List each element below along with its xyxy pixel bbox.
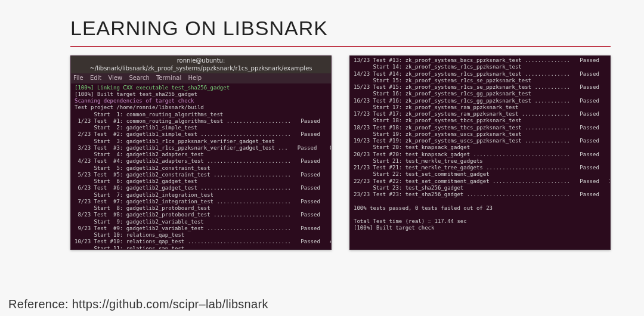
line: Start 5: gadgetlib2_constraint_test — [75, 165, 210, 171]
line — [354, 198, 357, 204]
line: 4/23 Test #4: gadgetlib2_adapters_test .… — [75, 158, 332, 164]
terminal-right-body: 13/23 Test #13: zk_proof_systems_bacs_pp… — [350, 56, 610, 236]
line: Scanning dependencies of target check — [75, 98, 194, 104]
terminal-left-titlebar: ronnie@ubuntu: ~/libsnark/libsnark/zk_pr… — [71, 56, 331, 73]
line: 23/23 Test #23: test_sha256_gadget .....… — [354, 191, 611, 197]
line: Start 11: relations_sap_test — [75, 246, 184, 250]
menu-help[interactable]: Help — [188, 75, 202, 81]
menu-search[interactable]: Search — [129, 75, 149, 81]
line: 19/23 Test #19: zk_proof_systems_uscs_pp… — [354, 138, 611, 144]
line: Start 10: relations_qap_test — [75, 232, 184, 238]
line: 100% tests passed, 0 tests failed out of… — [354, 205, 493, 211]
line: Start 16: zk_proof_systems_r1cs_gg_ppzks… — [354, 91, 531, 97]
terminal-left-body: [100%] Linking CXX executable test_sha25… — [71, 83, 331, 250]
line: Total Test time (real) = 117.44 sec — [354, 218, 467, 224]
line: 14/23 Test #14: zk_proof_systems_r1cs_pp… — [354, 71, 611, 77]
line: 21/23 Test #21: test_merkle_tree_gadgets… — [354, 165, 611, 171]
line: Start 18: zk_proof_systems_tbcs_ppzksnar… — [354, 117, 522, 123]
slide-title: LEARNING ON LIBSNARK — [70, 17, 644, 40]
line: Start 6: gadgetlib2_gadget_test — [75, 178, 197, 184]
line: 18/23 Test #18: zk_proof_systems_tbcs_pp… — [354, 125, 611, 131]
line: [100%] Built target check — [354, 225, 434, 231]
line: 16/23 Test #16: zk_proof_systems_r1cs_gg… — [354, 98, 611, 104]
line: Start 20: test_knapsack_gadget — [354, 144, 470, 150]
line: Start 4: gadgetlib2_adapters_test — [75, 151, 204, 157]
line: Start 17: zk_proof_systems_ram_ppzksnark… — [354, 104, 518, 110]
slide-reference: Reference: https://github.com/scipr–lab/… — [8, 298, 268, 311]
line: 17/23 Test #17: zk_proof_systems_ram_ppz… — [354, 111, 611, 117]
line: Start 7: gadgetlib2_integration_test — [75, 192, 213, 198]
line: 10/23 Test #10: relations_qap_test .....… — [75, 238, 332, 244]
menu-view[interactable]: View — [108, 75, 122, 81]
terminal-panels: ronnie@ubuntu: ~/libsnark/libsnark/zk_pr… — [0, 55, 644, 250]
line: Start 22: test_set_commitment_gadget — [354, 171, 490, 177]
line: Test project /home/ronnie/libsnark/build — [75, 104, 204, 110]
line: Start 23: test_sha256_gadget — [354, 185, 463, 191]
terminal-left-menubar: File Edit View Search Terminal Help — [71, 73, 331, 83]
line: [100%] Built target test_sha256_gadget — [75, 91, 197, 97]
line: 22/23 Test #22: test_set_commitment_gadg… — [354, 178, 611, 184]
line: Start 2: gadgetlib1_simple_test — [75, 125, 197, 131]
line: Start 15: zk_proof_systems_r1cs_se_ppzks… — [354, 78, 531, 83]
line: Start 1: common_routing_algorithms_test — [75, 111, 223, 117]
line: 13/23 Test #13: zk_proof_systems_bacs_pp… — [354, 57, 611, 63]
line: 15/23 Test #15: zk_proof_systems_r1cs_se… — [354, 84, 611, 90]
line: [100%] Linking CXX executable test_sha25… — [75, 85, 230, 91]
line: Start 9: gadgetlib2_variable_test — [75, 219, 204, 225]
line: 20/23 Test #20: test_knapsack_gadget ...… — [354, 151, 611, 157]
line: 7/23 Test #7: gadgetlib2_integration_tes… — [75, 199, 332, 205]
line: Start 8: gadgetlib2_protoboard_test — [75, 205, 210, 211]
line: 2/23 Test #2: gadgetlib1_simple_test ...… — [75, 131, 332, 137]
menu-edit[interactable]: Edit — [90, 75, 101, 81]
line: 9/23 Test #9: gadgetlib2_variable_test .… — [75, 225, 332, 231]
line — [354, 212, 357, 218]
terminal-left: ronnie@ubuntu: ~/libsnark/libsnark/zk_pr… — [70, 55, 332, 250]
line: Start 21: test_merkle_tree_gadgets — [354, 158, 483, 164]
line: 8/23 Test #8: gadgetlib2_protoboard_test… — [75, 212, 332, 218]
line: 6/23 Test #6: gadgetlib2_gadget_test ...… — [75, 185, 332, 191]
line: 5/23 Test #5: gadgetlib2_constraint_test… — [75, 172, 332, 178]
line: Start 3: gadgetlib1_r1cs_ppzksnark_verif… — [75, 138, 275, 144]
line: Start 19: zk_proof_systems_uscs_ppzksnar… — [354, 131, 522, 137]
slide-divider — [70, 46, 611, 47]
line: 3/23 Test #3: gadgetlib1_r1cs_ppzksnark_… — [75, 145, 332, 151]
terminal-right: 13/23 Test #13: zk_proof_systems_bacs_pp… — [349, 55, 611, 250]
line: 1/23 Test #1: common_routing_algorithms_… — [75, 118, 332, 124]
menu-terminal[interactable]: Terminal — [156, 75, 181, 81]
menu-file[interactable]: File — [73, 75, 83, 81]
line: Start 14: zk_proof_systems_r1cs_ppzksnar… — [354, 64, 522, 70]
